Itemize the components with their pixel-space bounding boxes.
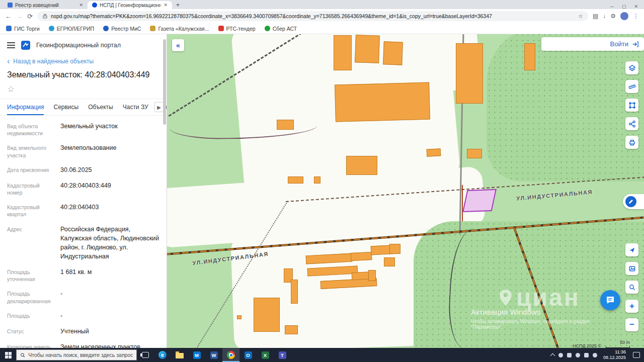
tab-services[interactable]: Сервисы — [53, 99, 78, 115]
action-center-icon[interactable] — [633, 352, 640, 358]
share-button[interactable] — [625, 117, 638, 130]
bookmark-favicon — [6, 26, 12, 31]
new-tab-button[interactable]: + — [176, 1, 180, 9]
basemap-button[interactable] — [625, 262, 638, 275]
map-building — [254, 298, 280, 332]
map-toolbar-top — [625, 61, 638, 149]
browser-tab-active[interactable]: НСПД | Геоинформационный п ✕ — [88, 1, 172, 9]
tabs-scroll-right-button[interactable]: ▶ — [154, 102, 164, 112]
tab-close-icon[interactable]: ✕ — [164, 3, 168, 8]
back-to-results-link[interactable]: ‹ Назад в найденные объекты — [0, 54, 167, 66]
login-button[interactable]: Войти — [541, 37, 644, 51]
bookmark-item[interactable]: РТС-тендер — [218, 26, 256, 32]
bookmark-item[interactable]: ЕГРЮЛ/ЕГРИП — [49, 26, 94, 32]
taskbar-search-input[interactable] — [28, 352, 133, 358]
profile-avatar[interactable] — [620, 12, 628, 20]
url-field[interactable]: nspd.gov.ru/map?thematic=PKK&zoom=16.969… — [37, 11, 588, 21]
search-map-button[interactable] — [625, 281, 638, 294]
chrome-button-active[interactable] — [222, 348, 239, 362]
field-value: Учтенный — [56, 327, 89, 336]
field-label: Адрес — [7, 225, 56, 261]
selected-parcel[interactable] — [462, 189, 497, 212]
field-value: - — [56, 311, 62, 320]
tab-parts[interactable]: Части ЗУ — [123, 99, 148, 115]
panel-tabs: Информация Сервисы Объекты Части ЗУ Сост… — [0, 99, 167, 116]
tray-icon[interactable] — [567, 353, 572, 357]
back-icon[interactable]: ← — [5, 13, 12, 20]
tab-close-icon[interactable]: ✕ — [79, 3, 83, 8]
taskbar-clock[interactable]: 11:36 08.12.2025 — [601, 349, 628, 361]
edit-tools-flyout[interactable] — [623, 194, 644, 209]
chat-support-button[interactable] — [600, 290, 620, 310]
search-icon — [20, 352, 25, 358]
bookmark-favicon — [150, 26, 155, 31]
edge-taskbar-button[interactable]: e — [154, 348, 171, 362]
teams-icon: T — [279, 351, 286, 359]
tray-icon[interactable] — [584, 353, 589, 357]
tray-icon[interactable] — [558, 353, 563, 357]
app-title: Геоинформационный портал — [36, 42, 121, 49]
clock-time: 11:36 — [603, 349, 626, 355]
field-value: 30.06.2025 — [56, 165, 92, 174]
forward-icon[interactable]: → — [16, 13, 23, 20]
collapse-panel-button[interactable]: « — [172, 39, 184, 51]
word-button[interactable]: W — [205, 348, 222, 362]
extensions-icon[interactable]: ⚙ — [610, 13, 616, 20]
browser-tab-strip: Реестр извещений ✕ НСПД | Геоинформацион… — [0, 0, 644, 9]
share-icon — [628, 120, 636, 128]
zoom-in-button[interactable]: + — [625, 300, 638, 313]
teams-button[interactable]: T — [274, 348, 291, 362]
locate-button[interactable] — [625, 243, 638, 256]
tray-icon[interactable] — [593, 353, 597, 357]
panel-scrollbar[interactable] — [163, 39, 166, 125]
hamburger-menu-icon[interactable] — [7, 45, 15, 46]
attribute-list: Вид объекта недвижимостиЗемельный участо… — [0, 116, 167, 362]
field-row: АдресРоссийская Федерация, Калужская обл… — [7, 225, 159, 261]
taskbar-search[interactable] — [16, 349, 137, 360]
menu-dots-icon[interactable]: ⋮ — [633, 13, 639, 20]
minimize-icon[interactable]: ─ — [611, 4, 614, 9]
map-building — [456, 43, 483, 104]
outlook-button[interactable]: O — [239, 348, 257, 362]
map-canvas[interactable]: УЛ.ИНДУСТРИАЛЬНАЯ УЛ.ИНДУСТРИАЛЬНАЯ циан… — [167, 34, 644, 348]
search-icon — [628, 284, 636, 291]
reload-icon[interactable]: ⟳ — [27, 13, 33, 20]
tab-information[interactable]: Информация — [7, 99, 44, 115]
bookmark-star-icon[interactable]: ☆ — [578, 13, 583, 20]
start-button[interactable] — [0, 348, 16, 362]
favorite-star-icon[interactable]: ☆ — [7, 84, 15, 94]
select-area-button[interactable] — [625, 99, 638, 112]
system-tray: 11:36 08.12.2025 — [551, 349, 644, 361]
measure-button[interactable] — [625, 80, 638, 93]
bookmark-item[interactable]: Газета «Калужская... — [150, 26, 209, 32]
map-forest-area — [487, 34, 644, 182]
print-button[interactable] — [625, 136, 638, 149]
mail-app-button[interactable]: M — [188, 348, 205, 362]
close-icon[interactable]: ✕ — [634, 4, 638, 9]
task-view-button[interactable] — [137, 348, 154, 362]
login-arrow-icon — [632, 41, 639, 48]
maximize-icon[interactable]: ▢ — [622, 4, 626, 9]
tray-expand-icon[interactable] — [550, 353, 555, 358]
side-panel-icon[interactable]: ▤ — [593, 13, 598, 20]
downloads-icon[interactable]: ↓ — [603, 13, 606, 20]
bookmark-item[interactable]: Реестр МиС — [103, 26, 141, 32]
bookmark-item[interactable]: Сбер АСТ — [265, 26, 297, 32]
layers-button[interactable] — [625, 61, 638, 74]
word-icon: W — [210, 351, 218, 359]
map-building — [389, 244, 400, 254]
tab-objects[interactable]: Объекты — [88, 99, 113, 115]
zoom-out-button[interactable]: − — [625, 318, 638, 331]
task-view-icon — [142, 352, 149, 358]
bookmark-label: Сбер АСТ — [273, 26, 297, 32]
file-explorer-button[interactable] — [171, 348, 188, 362]
tray-icon[interactable] — [576, 353, 580, 357]
folder-icon — [176, 353, 184, 358]
bookmark-item[interactable]: ГИС Торги — [6, 26, 40, 32]
field-value: - — [56, 289, 62, 304]
map-building — [314, 176, 320, 184]
browser-tab-inactive[interactable]: Реестр извещений ✕ — [3, 1, 88, 9]
excel-button[interactable]: X — [257, 348, 274, 362]
field-value: 40:28:040403:449 — [56, 181, 111, 196]
field-value: Земельный участок — [56, 122, 118, 137]
